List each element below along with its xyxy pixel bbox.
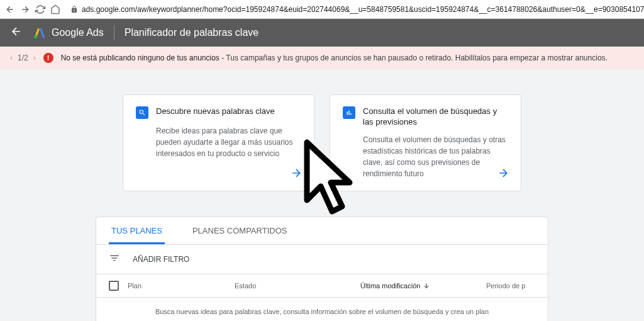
lock-icon [70,6,78,13]
filter-icon[interactable] [109,252,120,266]
url-bar[interactable]: ads.google.com/aw/keywordplanner/home?oc… [65,5,644,14]
card-description: Consulta el volumen de búsquedas y otras… [343,134,508,179]
card-title: Consulta el volumen de búsquedas y las p… [363,106,508,128]
header-divider [114,25,114,40]
notification-text: No se está publicando ninguno de tus anu… [61,54,608,62]
browser-back-button[interactable] [5,3,15,16]
tab-shared-plans[interactable]: PLANES COMPARTIDOS [177,217,303,244]
notification-pager: ‹ 1/2 › [10,54,36,62]
arrow-right-icon [290,167,303,182]
google-ads-logo-icon [33,26,47,40]
page-title: Planificador de palabras clave [125,27,258,38]
logo-text: Google Ads [52,27,104,38]
tabs: TUS PLANES PLANES COMPARTIDOS [96,217,548,245]
discover-keywords-card[interactable]: Descubre nuevas palabras clave Recibe id… [123,94,314,191]
column-periodo[interactable]: Periodo de p [486,282,535,290]
empty-state-message: Busca nuevas ideas para palabras clave, … [96,298,548,321]
browser-toolbar: ads.google.com/aw/keywordplanner/home?oc… [0,0,644,19]
arrow-right-icon [497,167,509,182]
filter-row: AÑADIR FILTRO [96,245,548,274]
notification-desc: - Tus campañas y tus grupos de anuncios … [219,54,608,62]
browser-home-button[interactable] [50,3,60,16]
browser-forward-button[interactable] [20,3,30,16]
header-back-button[interactable] [10,25,23,40]
search-volume-card[interactable]: Consulta el volumen de búsquedas y las p… [330,94,521,191]
plans-section: TUS PLANES PLANES COMPARTIDOS AÑADIR FIL… [96,217,548,321]
card-title: Descubre nuevas palabras clave [156,106,275,119]
app-header: Google Ads Planificador de palabras clav… [0,19,644,47]
card-description: Recibe ideas para palabras clave que pue… [136,125,301,159]
column-plan[interactable]: Plan [128,282,235,290]
search-icon [136,106,148,119]
url-text: ads.google.com/aw/keywordplanner/home?oc… [82,5,644,14]
column-estado[interactable]: Estado [235,282,360,290]
tab-your-plans[interactable]: TUS PLANES [96,217,177,244]
svg-point-0 [34,35,38,38]
notification-next-button[interactable]: › [33,54,36,62]
alert-icon: ! [43,53,53,63]
sort-down-icon [423,282,430,290]
cards-row: Descubre nuevas palabras clave Recibe id… [123,94,521,191]
logo[interactable]: Google Ads [33,26,104,40]
chart-icon [343,106,355,119]
notification-bar: ‹ 1/2 › ! No se está publicando ninguno … [0,47,644,69]
notification-title: No se está publicando ninguno de tus anu… [61,54,219,62]
main-content: Descubre nuevas palabras clave Recibe id… [0,69,644,321]
add-filter-button[interactable]: AÑADIR FILTRO [133,255,189,264]
notification-count: 1/2 [18,54,28,62]
column-modificacion[interactable]: Última modificación [360,282,486,290]
notification-prev-button[interactable]: ‹ [10,54,13,62]
table-header: Plan Estado Última modificación Periodo … [96,274,548,298]
browser-reload-button[interactable] [35,3,45,16]
select-all-checkbox[interactable] [109,281,128,291]
